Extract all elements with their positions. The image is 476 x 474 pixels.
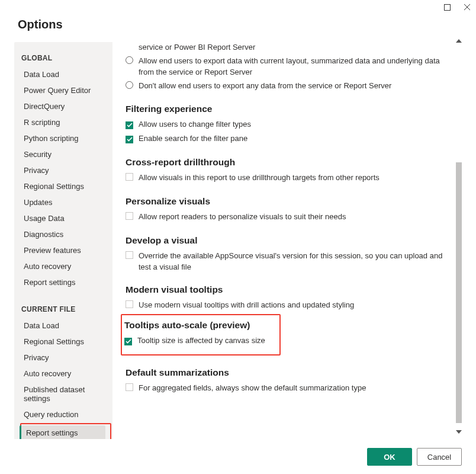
sidebar-highlight: Report settings [20, 423, 111, 439]
tooltips-autoscale-highlight: Tooltips auto-scale (preview) Tooltip si… [121, 314, 281, 356]
checkbox-personalize-visuals[interactable] [126, 212, 133, 220]
sidebar-item-usage-data[interactable]: Usage Data [20, 211, 109, 226]
sidebar-item-auto-recovery[interactable]: Auto recovery [20, 259, 109, 274]
export-option-trail-text: service or Power BI Report Server [139, 42, 446, 53]
sidebar-item-cf-report-settings[interactable]: Report settings [20, 425, 105, 439]
sidebar-item-regional-settings[interactable]: Regional Settings [20, 179, 109, 194]
sidebar-section-global: GLOBAL [21, 54, 112, 62]
radio-export-dont-allow-label: Don't allow end users to export any data… [139, 81, 446, 92]
heading-develop-visual: Develop a visual [126, 235, 446, 246]
sidebar-item-cf-query-reduction[interactable]: Query reduction [20, 407, 109, 422]
label-enable-filter-search: Enable search for the filter pane [139, 133, 446, 145]
dialog-footer: OK Cancel [367, 448, 462, 466]
checkbox-cross-report-drillthrough[interactable] [126, 173, 133, 181]
scroll-down-icon[interactable] [456, 429, 462, 435]
ok-button[interactable]: OK [367, 448, 412, 466]
heading-modern-tooltips: Modern visual tooltips [126, 284, 446, 295]
radio-export-allow-all[interactable] [126, 56, 133, 64]
sidebar-item-report-settings-global[interactable]: Report settings [20, 275, 109, 290]
label-cross-report-drillthrough: Allow visuals in this report to use dril… [139, 172, 446, 184]
radio-export-dont-allow[interactable] [126, 81, 133, 89]
checkbox-default-summarizations[interactable] [126, 383, 133, 391]
label-develop-visual-override: Override the available AppSource visual'… [139, 251, 446, 273]
heading-filtering-experience: Filtering experience [126, 104, 446, 114]
sidebar-item-directquery[interactable]: DirectQuery [20, 99, 109, 114]
page-title: Options [18, 18, 476, 31]
sidebar-item-power-query-editor[interactable]: Power Query Editor [20, 83, 109, 98]
sidebar-section-current-file: CURRENT FILE [21, 305, 112, 313]
heading-default-summarizations: Default summarizations [126, 367, 446, 378]
sidebar-item-security[interactable]: Security [20, 147, 109, 162]
settings-content: service or Power BI Report Server Allow … [112, 42, 462, 439]
sidebar-item-cf-privacy[interactable]: Privacy [20, 350, 109, 365]
label-allow-change-filter-types: Allow users to change filter types [139, 119, 446, 130]
sidebar-item-preview-features[interactable]: Preview features [20, 243, 109, 258]
svg-rect-0 [444, 4, 450, 10]
checkbox-develop-visual-override[interactable] [126, 251, 133, 259]
titlebar [0, 0, 476, 14]
options-dialog: Options GLOBAL Data Load Power Query Edi… [0, 0, 476, 474]
checkbox-tooltips-autoscale[interactable] [124, 338, 132, 345]
sidebar-item-diagnostics[interactable]: Diagnostics [20, 227, 109, 242]
heading-tooltips-autoscale: Tooltips auto-scale (preview) [124, 320, 276, 331]
heading-personalize-visuals: Personalize visuals [126, 196, 446, 207]
scrollbar[interactable] [456, 38, 462, 435]
sidebar-item-python-scripting[interactable]: Python scripting [20, 131, 109, 146]
label-personalize-visuals: Allow report readers to personalize visu… [139, 212, 446, 223]
cancel-button[interactable]: Cancel [417, 448, 462, 466]
sidebar-item-cf-regional-settings[interactable]: Regional Settings [20, 334, 109, 349]
radio-export-allow-all-label: Allow end users to export data with curr… [139, 56, 446, 78]
label-tooltips-autoscale: Tooltip size is affected by canvas size [137, 335, 276, 347]
sidebar-item-cf-auto-recovery[interactable]: Auto recovery [20, 366, 109, 381]
sidebar: GLOBAL Data Load Power Query Editor Dire… [14, 42, 112, 439]
label-modern-tooltips: Use modern visual tooltips with drill ac… [139, 300, 446, 311]
checkbox-allow-change-filter-types[interactable] [126, 121, 133, 129]
checkbox-modern-tooltips[interactable] [126, 300, 133, 308]
sidebar-item-updates[interactable]: Updates [20, 195, 109, 210]
sidebar-item-r-scripting[interactable]: R scripting [20, 115, 109, 130]
checkbox-enable-filter-search[interactable] [126, 136, 133, 143]
sidebar-item-data-load[interactable]: Data Load [20, 67, 109, 82]
label-default-summarizations: For aggregated fields, always show the d… [139, 383, 446, 394]
sidebar-item-cf-data-load[interactable]: Data Load [20, 318, 109, 333]
scroll-up-icon[interactable] [456, 38, 462, 44]
sidebar-item-privacy[interactable]: Privacy [20, 163, 109, 178]
heading-cross-report-drillthrough: Cross-report drillthrough [126, 157, 446, 168]
maximize-icon[interactable] [443, 3, 451, 11]
sidebar-item-cf-published-dataset-settings[interactable]: Published dataset settings [20, 382, 109, 406]
close-icon[interactable] [463, 3, 471, 11]
scroll-thumb[interactable] [456, 162, 462, 423]
